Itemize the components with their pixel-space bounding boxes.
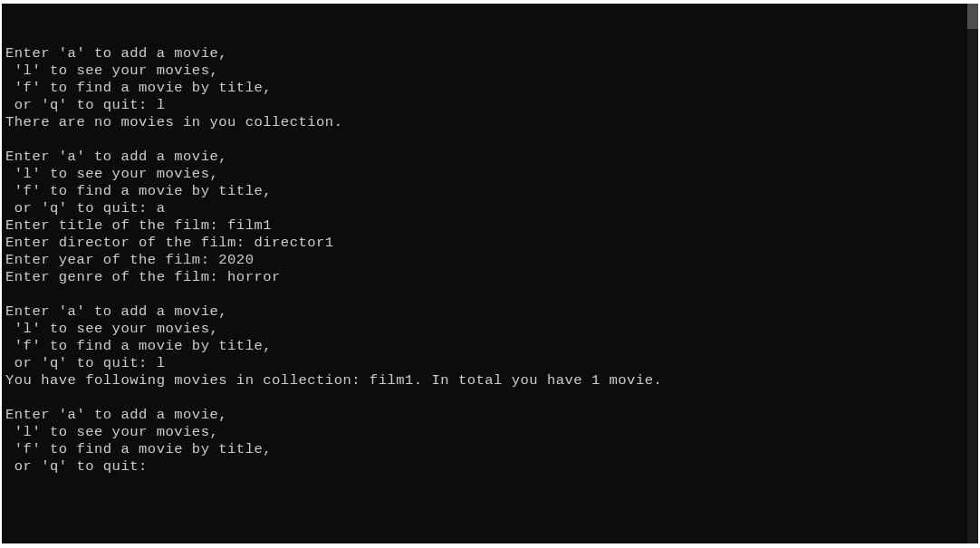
terminal-line: or 'q' to quit: l — [5, 355, 978, 372]
terminal-line: 'f' to find a movie by title, — [5, 183, 978, 200]
terminal-window[interactable]: Enter 'a' to add a movie, 'l' to see you… — [2, 4, 978, 543]
scrollbar-thumb[interactable] — [967, 4, 978, 29]
terminal-line: 'f' to find a movie by title, — [5, 80, 978, 97]
terminal-line: Enter director of the film: director1 — [5, 235, 978, 252]
terminal-line: Enter genre of the film: horror — [5, 269, 978, 286]
terminal-line: Enter 'a' to add a movie, — [5, 407, 978, 424]
terminal-line: There are no movies in you collection. — [5, 114, 978, 131]
terminal-blank-line — [5, 131, 978, 149]
terminal-line: Enter 'a' to add a movie, — [5, 45, 978, 62]
terminal-line: 'f' to find a movie by title, — [5, 441, 978, 458]
terminal-line: 'l' to see your movies, — [5, 424, 978, 441]
terminal-line: You have following movies in collection:… — [5, 372, 978, 389]
terminal-line: 'l' to see your movies, — [5, 321, 978, 338]
terminal-line: 'f' to find a movie by title, — [5, 338, 978, 355]
terminal-line: or 'q' to quit: a — [5, 200, 978, 217]
terminal-line: or 'q' to quit: — [5, 458, 978, 476]
terminal-line: Enter title of the film: film1 — [5, 217, 978, 235]
terminal-line: 'l' to see your movies, — [5, 62, 978, 80]
terminal-line: or 'q' to quit: l — [5, 97, 978, 114]
terminal-line: Enter year of the film: 2020 — [5, 252, 978, 269]
terminal-blank-line — [5, 286, 978, 303]
terminal-line: 'l' to see your movies, — [5, 166, 978, 183]
terminal-blank-line — [5, 389, 978, 407]
scrollbar-track[interactable] — [967, 4, 978, 543]
terminal-line: Enter 'a' to add a movie, — [5, 149, 978, 166]
terminal-output: Enter 'a' to add a movie, 'l' to see you… — [5, 45, 978, 476]
terminal-line: Enter 'a' to add a movie, — [5, 303, 978, 321]
